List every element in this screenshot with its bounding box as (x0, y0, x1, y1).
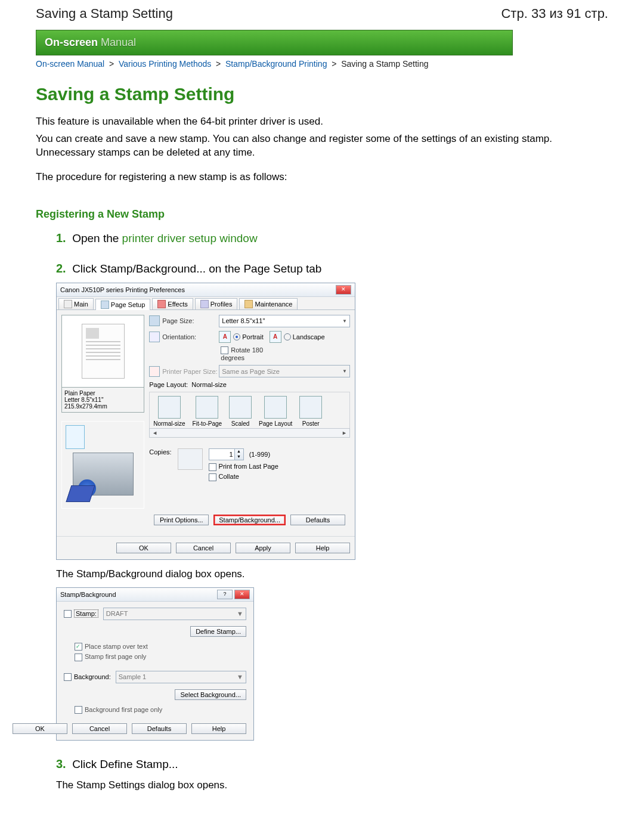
breadcrumb-current: Saving a Stamp Setting (341, 59, 428, 69)
copies-input[interactable] (209, 448, 235, 460)
printer-paper-label: Printer Paper Size: (162, 368, 219, 375)
intro-2: You can create and save a new stamp. You… (36, 132, 608, 160)
step-1-num: 1. (56, 231, 66, 244)
sb-title: Stamp/Background (60, 591, 116, 598)
intro-3: The procedure for registering a new stam… (36, 171, 608, 184)
sb-ok-button[interactable]: OK (13, 723, 67, 734)
step-1-link[interactable]: printer driver setup window (122, 232, 258, 244)
layout-scaled[interactable]: Scaled (229, 396, 252, 427)
tab-main[interactable]: Main (58, 298, 94, 309)
dialog-title-text: Canon JX510P series Printing Preferences (60, 286, 185, 293)
select-background-button[interactable]: Select Background... (175, 689, 246, 700)
sb-cancel-button[interactable]: Cancel (72, 723, 127, 734)
tab-maintenance[interactable]: Maintenance (239, 298, 298, 309)
tab-bar: Main Page Setup Effects Profiles Mainten… (57, 297, 355, 310)
layout-options: Normal-size Fit-to-Page Scaled Page Layo… (149, 392, 350, 428)
page-layout-label: Page Layout: Normal-size (149, 381, 227, 388)
step-3-text: Click Define Stamp... (72, 758, 178, 770)
section-head: Registering a New Stamp (36, 208, 608, 221)
help-icon[interactable]: ? (217, 590, 233, 599)
collate-checkbox[interactable]: Collate (209, 473, 278, 481)
orientation-label: Orientation: (162, 333, 219, 340)
landscape-icon: A (270, 331, 281, 343)
step-1: 1. Open the printer driver setup window (56, 231, 608, 245)
sb-defaults-button[interactable]: Defaults (132, 723, 187, 734)
close-icon[interactable]: ✕ (234, 590, 250, 599)
stamp-checkbox[interactable]: Stamp: (64, 609, 98, 618)
printer-paper-icon (149, 366, 160, 377)
page-size-icon (149, 315, 160, 326)
portrait-radio[interactable]: Portrait (233, 333, 263, 340)
rotate-checkbox[interactable]: Rotate 180 degrees (221, 346, 277, 362)
print-options-button[interactable]: Print Options... (154, 515, 209, 525)
step-2-text: Click Stamp/Background... on the Page Se… (72, 262, 321, 275)
sb-help-button[interactable]: Help (191, 723, 246, 734)
layout-scrollbar[interactable]: ◄► (149, 428, 350, 438)
tab-effects[interactable]: Effects (152, 298, 193, 309)
background-checkbox[interactable]: Background: (64, 673, 111, 681)
printer-paper-select: Same as Page Size▼ (219, 365, 350, 377)
breadcrumb: On-screen Manual > Various Printing Meth… (36, 59, 608, 69)
copies-stepper[interactable]: ▲▼ (209, 448, 244, 460)
page-size-label: Page Size: (162, 317, 219, 324)
printer-illustration (61, 421, 144, 509)
copies-range: (1-999) (249, 451, 270, 458)
page-size-select[interactable]: Letter 8.5"x11"▼ (219, 315, 350, 327)
orientation-icon (149, 332, 160, 342)
copies-label: Copies: (149, 448, 171, 456)
copies-graphic-icon (178, 448, 203, 470)
breadcrumb-l1[interactable]: On-screen Manual (36, 59, 104, 69)
header-right: Стр. 33 из 91 стр. (501, 6, 608, 21)
page-header: Saving a Stamp Setting Стр. 33 из 91 стр… (36, 6, 608, 21)
step-3-sub: The Stamp Settings dialog box opens. (56, 779, 608, 791)
intro-1: This feature is unavailable when the 64-… (36, 115, 608, 129)
banner-bold: On-screen (45, 36, 98, 48)
banner-light: Manual (101, 36, 136, 48)
stamp-background-dialog: Stamp/Background ? ✕ Stamp: DRAFT▼ Defin… (56, 587, 254, 741)
cancel-button[interactable]: Cancel (176, 543, 231, 553)
print-from-last-checkbox[interactable]: Print from Last Page (209, 463, 278, 471)
help-button[interactable]: Help (295, 543, 350, 553)
manual-banner: On-screen Manual (36, 30, 513, 55)
layout-layout[interactable]: Page Layout (259, 396, 292, 427)
place-over-text-checkbox[interactable]: Place stamp over text (75, 643, 246, 651)
tab-profiles[interactable]: Profiles (195, 298, 238, 309)
step-2-num: 2. (56, 262, 66, 275)
tab-page-setup[interactable]: Page Setup (95, 299, 151, 310)
step-2: 2. Click Stamp/Background... on the Page… (56, 262, 608, 741)
paper-info: Plain Paper Letter 8.5"x11" 215.9x279.4m… (61, 388, 144, 413)
step-1-text: Open the (72, 232, 122, 244)
layout-normal[interactable]: Normal-size (153, 396, 185, 427)
layout-fit[interactable]: Fit-to-Page (193, 396, 222, 427)
step-3-num: 3. (56, 757, 66, 770)
layout-poster[interactable]: Poster (299, 396, 322, 427)
background-select[interactable]: Sample 1▼ (116, 671, 246, 683)
breadcrumb-l2[interactable]: Various Printing Methods (119, 59, 211, 69)
ok-button[interactable]: OK (116, 543, 171, 553)
header-left: Saving a Stamp Setting (36, 6, 173, 21)
background-first-page-checkbox[interactable]: Background first page only (75, 706, 246, 714)
printing-preferences-dialog: Canon JX510P series Printing Preferences… (56, 283, 355, 560)
step-2-sub: The Stamp/Background dialog box opens. (56, 568, 608, 580)
define-stamp-button[interactable]: Define Stamp... (190, 626, 246, 637)
page-preview (61, 315, 144, 388)
breadcrumb-l3[interactable]: Stamp/Background Printing (225, 59, 327, 69)
apply-button[interactable]: Apply (236, 543, 290, 553)
close-icon[interactable]: ✕ (336, 285, 351, 295)
stamp-background-button[interactable]: Stamp/Background... (213, 515, 286, 525)
defaults-button[interactable]: Defaults (290, 515, 345, 525)
step-3: 3. Click Define Stamp... The Stamp Setti… (56, 757, 608, 791)
page-title: Saving a Stamp Setting (36, 84, 608, 104)
stamp-first-page-checkbox[interactable]: Stamp first page only (75, 653, 246, 661)
portrait-icon: A (219, 331, 231, 343)
stamp-select[interactable]: DRAFT▼ (103, 608, 246, 620)
landscape-radio[interactable]: Landscape (284, 333, 325, 340)
